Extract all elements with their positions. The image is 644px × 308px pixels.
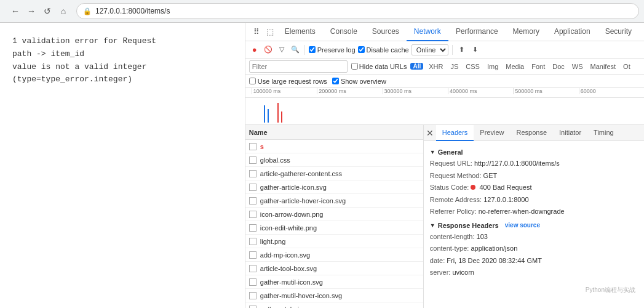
devtools-toggle-icon[interactable]: ⠿ xyxy=(250,26,263,38)
item-name: global.css xyxy=(260,156,419,164)
timeline-ruler: 100000 ms 200000 ms 300000 ms 400000 ms … xyxy=(245,88,644,98)
tab-memory[interactable]: Memory xyxy=(506,23,547,41)
request-item-add-mp[interactable]: add-mp-icon.svg xyxy=(245,248,423,262)
item-name: icon-edit-white.png xyxy=(260,224,419,232)
request-item-article-tool[interactable]: article-tool-box.svg xyxy=(245,262,423,275)
request-item-gather-style[interactable]: gather-style-icon.svg xyxy=(245,302,423,308)
content-type-row: content-type: application/json xyxy=(430,243,638,254)
method-val: GET xyxy=(483,172,498,179)
item-checkbox xyxy=(249,184,256,191)
item-checkbox xyxy=(249,238,256,245)
filter-toggle[interactable]: ▽ xyxy=(276,44,287,55)
filter-font[interactable]: Font xyxy=(530,62,547,71)
referrer-key: Referrer Policy: xyxy=(430,208,477,215)
detail-close-button[interactable]: ✕ xyxy=(424,127,436,139)
request-url-key: Request URL: xyxy=(430,160,472,167)
item-checkbox xyxy=(249,278,256,286)
triangle-icon: ▼ xyxy=(430,149,435,155)
filter-media[interactable]: Media xyxy=(504,62,526,71)
disable-cache-checkbox[interactable] xyxy=(358,46,365,53)
request-items[interactable]: s global.css article-gatherer-content.cs… xyxy=(245,140,423,308)
tab-console[interactable]: Console xyxy=(323,23,365,41)
filter-input[interactable] xyxy=(249,60,348,73)
filter-xhr[interactable]: XHR xyxy=(427,62,445,71)
address-bar[interactable]: 🔒 127.0.0.1:8000/items/s xyxy=(76,3,639,19)
tab-security[interactable]: Security xyxy=(598,23,639,41)
status-dot-icon xyxy=(471,185,475,190)
throttle-select[interactable]: Online xyxy=(411,44,448,55)
filter-other[interactable]: Ot xyxy=(621,62,632,71)
detail-content: ▼ General Request URL: http://127.0.0.1:… xyxy=(424,141,644,308)
tick-5: 500000 ms xyxy=(513,88,578,94)
show-overview-label[interactable]: Show overview xyxy=(332,78,386,85)
clear-button[interactable]: 🚫 xyxy=(263,44,274,55)
tab-network[interactable]: Network xyxy=(407,23,448,41)
detail-tab-initiator[interactable]: Initiator xyxy=(553,125,587,141)
filter-css[interactable]: CSS xyxy=(464,62,482,71)
tab-elements[interactable]: Elements xyxy=(277,23,323,41)
refresh-button[interactable]: ↺ xyxy=(41,4,54,18)
tick-2: 200000 ms xyxy=(317,88,382,94)
all-filter-badge[interactable]: All xyxy=(410,63,423,70)
record-button[interactable]: ● xyxy=(249,44,260,55)
detail-tab-headers[interactable]: Headers xyxy=(436,125,474,141)
error-line2: path -> item_id xyxy=(12,48,233,61)
request-item-gather-article-icon[interactable]: gather-article-icon.svg xyxy=(245,180,423,194)
error-line4: (type=type_error.integer) xyxy=(12,73,233,86)
detail-tab-preview[interactable]: Preview xyxy=(474,125,510,141)
import-button[interactable]: ⬆ xyxy=(456,44,467,55)
filter-ws[interactable]: WS xyxy=(570,62,585,71)
request-item-light[interactable]: light.png xyxy=(245,235,423,248)
request-item-gather-mutil[interactable]: gather-mutil-icon.svg xyxy=(245,275,423,289)
hide-data-urls-label[interactable]: Hide data URLs xyxy=(351,63,407,70)
back-button[interactable]: ← xyxy=(9,4,22,18)
general-title-text: General xyxy=(438,148,463,156)
forward-button[interactable]: → xyxy=(25,4,38,18)
tab-performance[interactable]: Performance xyxy=(448,23,506,41)
home-button[interactable]: ⌂ xyxy=(57,4,70,18)
hide-data-urls-checkbox[interactable] xyxy=(351,63,358,70)
main-layout: 1 validation error for Request path -> i… xyxy=(0,23,644,308)
preserve-log-label[interactable]: Preserve log xyxy=(309,46,356,54)
method-row: Request Method: GET xyxy=(430,171,638,181)
request-item-icon-arrow[interactable]: icon-arrow-down.png xyxy=(245,208,423,221)
item-name: light.png xyxy=(260,238,419,245)
request-item-gather-article-hover[interactable]: gather-article-hover-icon.svg xyxy=(245,194,423,208)
search-button[interactable]: 🔍 xyxy=(290,44,301,55)
detail-tabs: ✕ Headers Preview Response Initiator Tim… xyxy=(424,125,644,141)
request-item-icon-edit[interactable]: icon-edit-white.png xyxy=(245,221,423,235)
request-item-global-css[interactable]: global.css xyxy=(245,153,423,167)
request-item-gather-mutil-hover[interactable]: gather-mutil-hover-icon.svg xyxy=(245,289,423,302)
disable-cache-label[interactable]: Disable cache xyxy=(358,46,409,54)
request-item-s[interactable]: s xyxy=(245,140,423,153)
page-content: 1 validation error for Request path -> i… xyxy=(0,23,245,308)
large-rows-label[interactable]: Use large request rows xyxy=(249,78,327,85)
timeline-bar-3 xyxy=(277,103,279,123)
detail-tab-response[interactable]: Response xyxy=(510,125,553,141)
devtools-panel: ⠿ ⬚ Elements Console Sources Network Per… xyxy=(245,23,644,308)
triangle-icon2: ▼ xyxy=(430,222,435,229)
filter-js[interactable]: JS xyxy=(448,62,460,71)
filter-img[interactable]: Img xyxy=(485,62,500,71)
item-name: article-gatherer-content.css xyxy=(260,170,419,177)
tab-sources[interactable]: Sources xyxy=(365,23,407,41)
view-source-link[interactable]: view source xyxy=(505,222,540,229)
status-row: Status Code: 400 Bad Request xyxy=(430,182,638,193)
preserve-log-checkbox[interactable] xyxy=(309,46,316,53)
server-val: uvicorn xyxy=(452,269,474,276)
hide-data-urls-text: Hide data URLs xyxy=(359,63,407,70)
error-line1: 1 validation error for Request xyxy=(12,35,233,48)
devtools-dock-icon[interactable]: ⬚ xyxy=(264,26,276,38)
general-section-title: ▼ General xyxy=(430,148,638,156)
item-name: gather-style-icon.svg xyxy=(260,306,419,309)
detail-tab-timing[interactable]: Timing xyxy=(587,125,620,141)
show-overview-checkbox[interactable] xyxy=(332,78,339,84)
filter-doc[interactable]: Doc xyxy=(551,62,566,71)
request-item-article-gatherer[interactable]: article-gatherer-content.css xyxy=(245,167,423,180)
tab-application[interactable]: Application xyxy=(547,23,598,41)
filter-manifest[interactable]: Manifest xyxy=(589,62,618,71)
large-rows-checkbox[interactable] xyxy=(249,78,256,84)
toolbar-separator xyxy=(304,45,305,55)
timeline-bar-2 xyxy=(268,109,269,123)
export-button[interactable]: ⬇ xyxy=(470,44,481,55)
